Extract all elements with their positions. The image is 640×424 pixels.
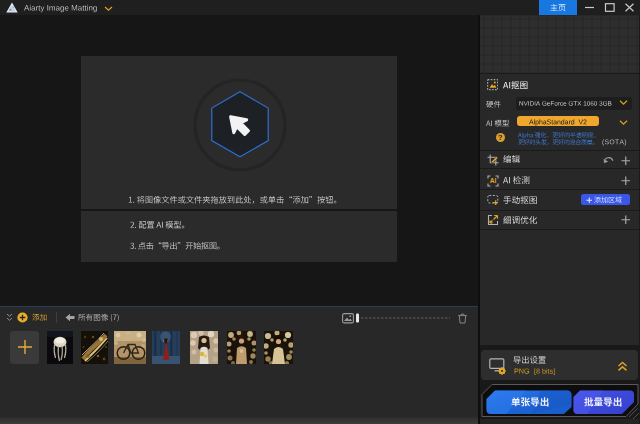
svg-text:AI: AI	[489, 177, 496, 184]
